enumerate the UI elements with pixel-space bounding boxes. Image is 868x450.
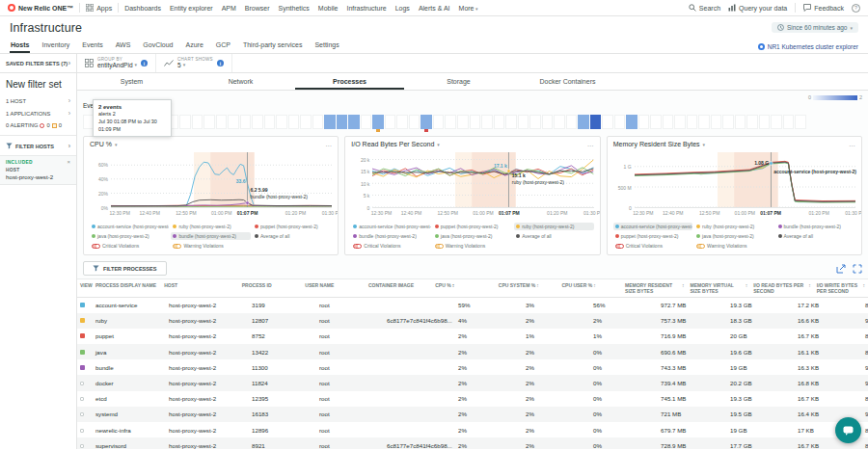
event-cell[interactable] xyxy=(409,115,420,129)
tab-gcp[interactable]: GCP xyxy=(215,39,231,53)
view-toggle-icon[interactable] xyxy=(80,444,84,448)
event-cell[interactable] xyxy=(735,115,746,129)
filter-processes-button[interactable]: FILTER PROCESSES xyxy=(83,261,167,276)
event-cell[interactable] xyxy=(783,115,795,129)
nav-item-apm[interactable]: APM xyxy=(222,5,236,12)
table-row[interactable]: puppethost-proxy-west-28752root2%1%1%716… xyxy=(77,329,868,344)
chevron-down-icon[interactable]: ▾ xyxy=(437,142,440,147)
nav-item-apps[interactable]: Apps xyxy=(86,4,112,12)
event-cell[interactable] xyxy=(602,115,613,129)
column-header-cpu-user[interactable]: CPU USER %↕ xyxy=(558,282,622,288)
event-cell[interactable] xyxy=(481,115,493,129)
legend-item-puppet-host-proxy-west-2[interactable]: puppet (host-proxy-west-2) xyxy=(613,232,692,240)
event-cell[interactable] xyxy=(638,115,650,129)
view-toggle-icon[interactable] xyxy=(80,397,84,401)
event-cell[interactable] xyxy=(674,115,686,129)
event-cell[interactable] xyxy=(650,115,662,129)
chart-menu-icon[interactable]: … xyxy=(325,143,332,146)
event-cell[interactable] xyxy=(542,115,554,129)
table-row[interactable]: etcdhost-proxy-west-212395root2%2%0%745.… xyxy=(77,391,868,407)
nav-item-entity-explorer[interactable]: Entity explorer xyxy=(170,5,213,12)
event-cell[interactable] xyxy=(470,115,481,129)
chart-menu-icon[interactable]: … xyxy=(849,143,855,146)
event-cell[interactable] xyxy=(264,115,276,129)
event-cell[interactable] xyxy=(337,115,348,129)
event-cell[interactable] xyxy=(457,115,469,129)
process-tab-system[interactable]: System xyxy=(77,73,186,90)
time-range-picker[interactable]: Since 60 minutes ago ▾ xyxy=(772,22,858,33)
close-icon[interactable]: × xyxy=(67,159,70,165)
new-relic-logo[interactable]: New Relic ONE™ xyxy=(8,4,73,12)
process-tab-processes[interactable]: Processes xyxy=(295,73,404,90)
column-header-memory-resident-size-bytes[interactable]: MEMORY RESIDENT SIZE BYTES↕ xyxy=(622,282,687,295)
chevron-down-icon[interactable]: ▾ xyxy=(703,142,706,147)
legend-item-bundle-host-proxy-west-2[interactable]: bundle (host-proxy-west-2) xyxy=(776,223,855,230)
column-header-i-o-read-bytes-per-second[interactable]: I/O READ BYTES PER SECOND↕ xyxy=(750,282,814,295)
help-icon[interactable]: ? xyxy=(852,4,860,13)
event-cell[interactable] xyxy=(361,115,372,129)
tab-events[interactable]: Events xyxy=(81,39,103,53)
sort-icon[interactable]: ↕ xyxy=(536,282,539,288)
event-cell[interactable] xyxy=(698,115,710,129)
event-cell[interactable] xyxy=(771,115,782,129)
legend-item-warning-violations[interactable]: Warning Violations xyxy=(433,242,512,250)
event-cell[interactable] xyxy=(518,115,529,129)
event-cell[interactable] xyxy=(179,115,191,129)
info-icon[interactable]: i xyxy=(141,60,148,66)
event-cell[interactable] xyxy=(566,115,578,129)
view-toggle-icon[interactable] xyxy=(80,429,84,433)
tab-hosts[interactable]: Hosts xyxy=(10,39,30,53)
legend-item-ruby-host-proxy-west-2[interactable]: ruby (host-proxy-west-2) xyxy=(694,223,773,230)
event-cell[interactable] xyxy=(614,115,626,129)
sort-icon[interactable]: ↕ xyxy=(808,282,811,295)
legend-item-java-host-proxy-west-2[interactable]: java (host-proxy-west-2) xyxy=(694,232,773,240)
event-cell[interactable] xyxy=(795,115,806,129)
event-cell[interactable] xyxy=(746,115,758,129)
tab-third-party-services[interactable]: Third-party services xyxy=(242,39,303,53)
event-cell[interactable] xyxy=(578,115,589,129)
event-cell[interactable] xyxy=(626,115,637,129)
legend-item-ruby-host-proxy-west-2[interactable]: ruby (host-proxy-west-2) xyxy=(514,223,593,230)
process-tab-storage[interactable]: Storage xyxy=(404,73,513,90)
legend-item-account-service-host-proxy-west-2[interactable]: account-service (host-proxy-west-2) xyxy=(90,223,169,230)
legend-item-average-of-all[interactable]: Average of all xyxy=(253,232,332,240)
event-cell[interactable] xyxy=(494,115,505,129)
sort-icon[interactable]: ↕ xyxy=(593,282,596,288)
tab-aws[interactable]: AWS xyxy=(115,39,132,53)
table-row[interactable]: dockerhost-proxy-west-211824root2%2%0%73… xyxy=(77,375,868,390)
saved-filter-sets-button[interactable]: SAVED FILTER SETS (7) › xyxy=(0,54,77,72)
k8s-cluster-explorer-link[interactable]: NR1 Kubernetes cluster explorer xyxy=(758,43,858,53)
series-color-dot[interactable] xyxy=(80,350,85,355)
event-cell[interactable] xyxy=(663,115,674,129)
event-cell[interactable] xyxy=(276,115,287,129)
legend-item-critical-violations[interactable]: Critical Violations xyxy=(90,242,169,250)
table-row[interactable]: systemdhost-proxy-west-216183root2%2%0%7… xyxy=(77,407,868,422)
event-cell[interactable] xyxy=(433,115,445,129)
sidebar-item-applications[interactable]: 1 APPLICATIONS › xyxy=(0,107,76,119)
nav-item-infrastructure[interactable]: Infrastructure xyxy=(346,5,386,12)
feedback-button[interactable]: Feedback xyxy=(803,4,844,12)
search-button[interactable]: Search xyxy=(689,4,720,12)
table-row[interactable]: account-servicehost-proxy-west-23199root… xyxy=(77,298,868,313)
series-color-dot[interactable] xyxy=(80,318,85,323)
column-header-memory-virtual-size-bytes[interactable]: MEMORY VIRTUAL SIZE BYTES↕ xyxy=(688,282,751,295)
nav-item-dashboards[interactable]: Dashboards xyxy=(124,5,161,12)
chevron-down-icon[interactable]: ▾ xyxy=(115,142,118,147)
legend-item-puppet-host-proxy-west-2[interactable]: puppet (host-proxy-west-2) xyxy=(253,223,332,230)
legend-item-java-host-proxy-west-2[interactable]: java (host-proxy-west-2) xyxy=(90,232,169,240)
legend-item-account-service-host-proxy-west-2[interactable]: account-service (host-proxy-west-2) xyxy=(613,223,692,230)
event-cell[interactable] xyxy=(216,115,228,129)
event-cell[interactable] xyxy=(759,115,771,129)
event-cell[interactable] xyxy=(203,115,215,129)
view-toggle-icon[interactable] xyxy=(80,412,84,416)
legend-item-critical-violations[interactable]: Critical Violations xyxy=(613,242,692,250)
event-cell[interactable] xyxy=(228,115,239,129)
event-cell[interactable] xyxy=(240,115,252,129)
event-cell[interactable] xyxy=(420,115,432,129)
event-cell[interactable] xyxy=(252,115,263,129)
series-color-dot[interactable] xyxy=(80,303,85,307)
column-header-cpu[interactable]: CPU %↕ xyxy=(432,282,496,288)
tab-govcloud[interactable]: GovCloud xyxy=(142,39,174,53)
event-cell[interactable] xyxy=(288,115,300,129)
event-cell[interactable] xyxy=(529,115,541,129)
